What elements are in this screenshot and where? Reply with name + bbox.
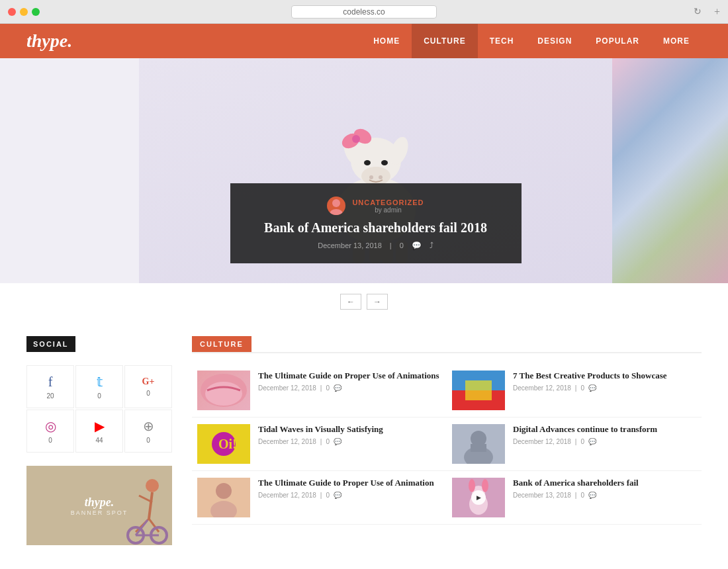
- twitter-count: 0: [97, 392, 101, 400]
- hero-slider: UNCATEGORIZED by admin Bank of America s…: [0, 58, 728, 283]
- twitter-icon: 𝕥: [97, 374, 103, 390]
- play-button-icon[interactable]: ▶: [471, 490, 486, 505]
- instagram-icon: ◎: [45, 418, 56, 434]
- culture-item-5-title: Digital Advances continue to transform: [513, 424, 696, 435]
- svg-point-4: [369, 175, 373, 179]
- nav-more[interactable]: MORE: [651, 24, 702, 58]
- slider-next-button[interactable]: →: [367, 294, 388, 310]
- dot-green[interactable]: [32, 8, 40, 16]
- culture-item-1[interactable]: The Ultimate Guide on Proper Use of Anim…: [192, 364, 447, 417]
- browser-plus-button[interactable]: +: [714, 6, 720, 18]
- culture-thumb-4: [452, 371, 505, 410]
- culture-item-4[interactable]: 7 The Best Creative Products to Showcase…: [447, 364, 702, 417]
- social-facebook[interactable]: f 20: [26, 365, 74, 408]
- culture-item-5[interactable]: Digital Advances continue to transform D…: [447, 417, 702, 471]
- slider-prev-button[interactable]: ←: [340, 294, 361, 310]
- globe-icon: ⊕: [143, 418, 154, 434]
- svg-point-12: [352, 135, 360, 143]
- hero-separator: |: [390, 241, 392, 249]
- youtube-icon: ▶: [95, 418, 105, 434]
- culture-item-1-date: December 12, 2018 | 0 💬: [258, 384, 441, 392]
- culture-item-2-title: Tidal Waves in Visually Satisfying: [258, 424, 441, 435]
- culture-item-3-info: The Ultimate Guide to Proper Use of Anim…: [258, 478, 441, 517]
- globe-count: 0: [146, 437, 150, 444]
- culture-item-3[interactable]: The Ultimate Guide to Proper Use of Anim…: [192, 471, 447, 525]
- nav-links: HOME CULTURE TECH DESIGN POPULAR MORE: [361, 24, 702, 58]
- banner-sub-text: BANNER SPOT: [71, 509, 128, 516]
- svg-text:Oi!: Oi!: [218, 437, 237, 451]
- comment-icon-5: 💬: [588, 438, 596, 445]
- culture-item-4-info: 7 The Best Creative Products to Showcase…: [513, 371, 696, 410]
- google-icon: G+: [142, 376, 155, 387]
- culture-item-3-title: The Ultimate Guide to Proper Use of Anim…: [258, 478, 441, 489]
- hero-comments-count: 0: [400, 241, 404, 249]
- comment-icon-1: 💬: [334, 384, 341, 392]
- social-section: SOCIAL f 20 𝕥 0 G+ 0 ◎ 0 ▶ 44: [26, 336, 172, 545]
- culture-thumb-1: [197, 371, 250, 410]
- hero-date: December 13, 2018: [318, 241, 382, 249]
- google-count: 0: [146, 390, 150, 397]
- social-globe[interactable]: ⊕ 0: [124, 410, 172, 453]
- culture-item-6[interactable]: ▶ Bank of America shareholders fail Dece…: [447, 471, 702, 525]
- culture-header-label: CULTURE: [192, 336, 251, 352]
- hero-footer: December 13, 2018 | 0 💬 ⤴: [246, 241, 506, 250]
- svg-point-17: [332, 199, 340, 207]
- svg-rect-38: [465, 380, 492, 400]
- social-youtube[interactable]: ▶ 44: [75, 410, 123, 453]
- social-google[interactable]: G+ 0: [124, 365, 172, 408]
- culture-thumb-5: [452, 424, 505, 464]
- dot-red[interactable]: [8, 8, 16, 16]
- culture-item-6-date: December 13, 2018 | 0 💬: [513, 492, 696, 499]
- svg-point-45: [469, 479, 475, 492]
- culture-item-6-info: Bank of America shareholders fail Decemb…: [513, 478, 696, 517]
- culture-item-1-title: The Ultimate Guide on Proper Use of Anim…: [258, 371, 441, 382]
- culture-thumb-3: [197, 478, 250, 517]
- dot-yellow[interactable]: [20, 8, 28, 16]
- nav-home[interactable]: HOME: [361, 24, 412, 58]
- hero-main-image: UNCATEGORIZED by admin Bank of America s…: [139, 58, 612, 283]
- banner-spot[interactable]: thype. BANNER SPOT: [26, 466, 172, 545]
- share-icon[interactable]: ⤴: [430, 241, 433, 250]
- svg-point-46: [482, 479, 488, 492]
- culture-col-right: 7 The Best Creative Products to Showcase…: [447, 364, 702, 525]
- hero-card: UNCATEGORIZED by admin Bank of America s…: [230, 183, 522, 263]
- hero-category-block: UNCATEGORIZED by admin: [352, 198, 424, 214]
- nav-popular[interactable]: POPULAR: [584, 24, 651, 58]
- site-logo[interactable]: thype.: [26, 30, 361, 52]
- svg-point-7: [381, 160, 388, 165]
- culture-item-1-info: The Ultimate Guide on Proper Use of Anim…: [258, 371, 441, 410]
- svg-point-6: [364, 160, 371, 165]
- comment-icon-6: 💬: [588, 492, 596, 499]
- hero-title[interactable]: Bank of America shareholders fail 2018: [246, 220, 506, 236]
- culture-item-4-date: December 12, 2018 | 0 💬: [513, 384, 696, 392]
- hero-left-spacer: [0, 58, 139, 283]
- culture-item-5-date: December 12, 2018 | 0 💬: [513, 438, 696, 445]
- social-grid: f 20 𝕥 0 G+ 0 ◎ 0 ▶ 44 ⊕ 0: [26, 365, 172, 453]
- hero-category: UNCATEGORIZED: [352, 198, 424, 206]
- hero-right-image: [612, 58, 728, 283]
- comment-icon-2: 💬: [334, 438, 341, 445]
- culture-item-6-title: Bank of America shareholders fail: [513, 478, 696, 489]
- hero-avatar: [327, 197, 345, 215]
- hero-by: by admin: [352, 206, 424, 214]
- nav-culture[interactable]: CULTURE: [412, 24, 477, 58]
- banner-logo-text: thype.: [85, 496, 114, 509]
- culture-item-3-date: December 12, 2018 | 0 💬: [258, 492, 441, 499]
- slider-controls: ← →: [0, 283, 728, 323]
- culture-section-header: CULTURE: [192, 336, 702, 353]
- culture-section: CULTURE The Ultimate Guide on Proper: [192, 336, 702, 545]
- svg-line-20: [149, 492, 152, 519]
- browser-address[interactable]: codeless.co: [291, 5, 437, 19]
- social-instagram[interactable]: ◎ 0: [26, 410, 74, 453]
- nav-design[interactable]: DESIGN: [525, 24, 584, 58]
- nav-tech[interactable]: TECH: [478, 24, 526, 58]
- comment-separator: |: [320, 384, 322, 392]
- browser-refresh[interactable]: ↻: [694, 6, 702, 17]
- main-content: SOCIAL f 20 𝕥 0 G+ 0 ◎ 0 ▶ 44: [0, 323, 728, 569]
- social-header: SOCIAL: [26, 336, 75, 352]
- culture-item-2[interactable]: Oi! Tidal Waves in Visually Satisfying D…: [192, 417, 447, 471]
- comment-icon-4: 💬: [588, 384, 596, 392]
- navigation: thype. HOME CULTURE TECH DESIGN POPULAR …: [0, 24, 728, 58]
- hero-meta: UNCATEGORIZED by admin: [246, 197, 506, 215]
- social-twitter[interactable]: 𝕥 0: [75, 365, 123, 408]
